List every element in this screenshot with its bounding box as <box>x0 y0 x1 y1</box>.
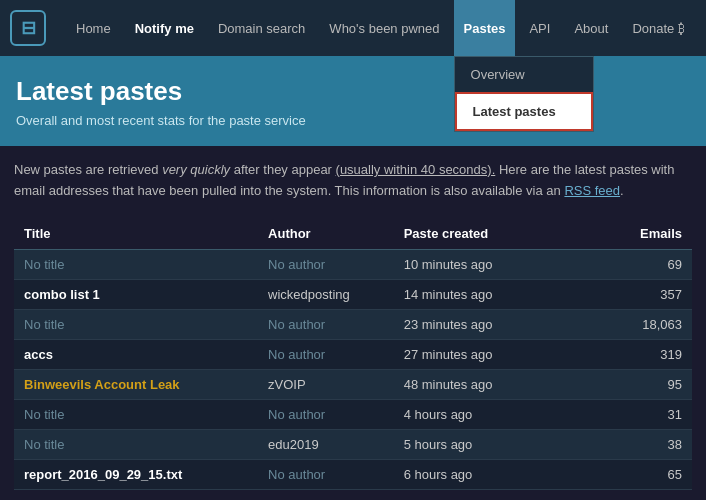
table-row: No titleNo author23 minutes ago18,063 <box>14 309 692 339</box>
row-created: 48 minutes ago <box>394 369 557 399</box>
row-author: No author <box>258 249 394 279</box>
table-row: Binweevils Account LeakzVOIP48 minutes a… <box>14 369 692 399</box>
col-header-created: Paste created <box>394 218 557 250</box>
row-created: 23 minutes ago <box>394 309 557 339</box>
col-header-title: Title <box>14 218 258 250</box>
row-author-link: No author <box>268 257 325 272</box>
row-title-link[interactable]: No title <box>24 317 64 332</box>
row-title-link[interactable]: No title <box>24 437 64 452</box>
row-author-link: No author <box>268 407 325 422</box>
row-emails: 95 <box>556 369 692 399</box>
row-author-link: No author <box>268 317 325 332</box>
dropdown-overview[interactable]: Overview <box>455 57 593 92</box>
pastes-table: Title Author Paste created Emails No tit… <box>14 218 692 490</box>
logo-icon: ⊟ <box>21 17 36 39</box>
nav-whos-been-pwned[interactable]: Who's been pwned <box>319 0 449 56</box>
row-title-link[interactable]: Binweevils Account Leak <box>24 377 180 392</box>
table-row: report_2016_09_29_15.txtNo author6 hours… <box>14 459 692 489</box>
table-header-row: Title Author Paste created Emails <box>14 218 692 250</box>
col-header-author: Author <box>258 218 394 250</box>
nav-pastes-dropdown-wrapper: Pastes Overview Latest pastes <box>454 0 516 56</box>
nav-pastes[interactable]: Pastes <box>454 0 516 56</box>
col-header-emails: Emails <box>556 218 692 250</box>
row-author: wickedposting <box>258 279 394 309</box>
intro-emphasis: very quickly <box>162 162 230 177</box>
nav-links: Home Notify me Domain search Who's been … <box>66 0 695 56</box>
intro-underlined: (usually within 40 seconds). <box>336 162 496 177</box>
row-title-link[interactable]: accs <box>24 347 53 362</box>
logo[interactable]: ⊟ <box>10 10 46 46</box>
intro-part2: after they appear <box>230 162 336 177</box>
row-created: 6 hours ago <box>394 459 557 489</box>
row-emails: 357 <box>556 279 692 309</box>
row-author: No author <box>258 459 394 489</box>
row-title-link[interactable]: combo list 1 <box>24 287 100 302</box>
row-emails: 18,063 <box>556 309 692 339</box>
row-author: zVOIP <box>258 369 394 399</box>
row-author-link: No author <box>268 467 325 482</box>
hero-section: Latest pastes Overall and most recent st… <box>0 56 706 146</box>
row-title-link[interactable]: report_2016_09_29_15.txt <box>24 467 182 482</box>
nav-api[interactable]: API <box>519 0 560 56</box>
row-author: No author <box>258 309 394 339</box>
row-emails: 65 <box>556 459 692 489</box>
intro-part4: . <box>620 183 624 198</box>
row-created: 5 hours ago <box>394 429 557 459</box>
row-author: edu2019 <box>258 429 394 459</box>
table-row: No titleNo author10 minutes ago69 <box>14 249 692 279</box>
row-author: No author <box>258 339 394 369</box>
row-author: No author <box>258 399 394 429</box>
row-emails: 38 <box>556 429 692 459</box>
row-emails: 31 <box>556 399 692 429</box>
nav-home[interactable]: Home <box>66 0 121 56</box>
row-created: 14 minutes ago <box>394 279 557 309</box>
table-row: accsNo author27 minutes ago319 <box>14 339 692 369</box>
row-emails: 69 <box>556 249 692 279</box>
row-title-link[interactable]: No title <box>24 407 64 422</box>
dropdown-latest-pastes[interactable]: Latest pastes <box>455 92 593 131</box>
row-author-link: No author <box>268 347 325 362</box>
pastes-dropdown-menu: Overview Latest pastes <box>454 56 594 132</box>
intro-part1: New pastes are retrieved <box>14 162 162 177</box>
navigation: ⊟ Home Notify me Domain search Who's bee… <box>0 0 706 56</box>
row-created: 10 minutes ago <box>394 249 557 279</box>
table-row: combo list 1wickedposting14 minutes ago3… <box>14 279 692 309</box>
row-title-link[interactable]: No title <box>24 257 64 272</box>
table-row: No titleedu20195 hours ago38 <box>14 429 692 459</box>
nav-domain-search[interactable]: Domain search <box>208 0 315 56</box>
main-content: New pastes are retrieved very quickly af… <box>0 146 706 500</box>
rss-feed-link[interactable]: RSS feed <box>564 183 620 198</box>
row-created: 27 minutes ago <box>394 339 557 369</box>
intro-text: New pastes are retrieved very quickly af… <box>14 160 692 202</box>
nav-donate[interactable]: Donate ₿ <box>622 0 695 56</box>
table-row: No titleNo author4 hours ago31 <box>14 399 692 429</box>
row-emails: 319 <box>556 339 692 369</box>
nav-about[interactable]: About <box>564 0 618 56</box>
row-created: 4 hours ago <box>394 399 557 429</box>
nav-notify-me[interactable]: Notify me <box>125 0 204 56</box>
